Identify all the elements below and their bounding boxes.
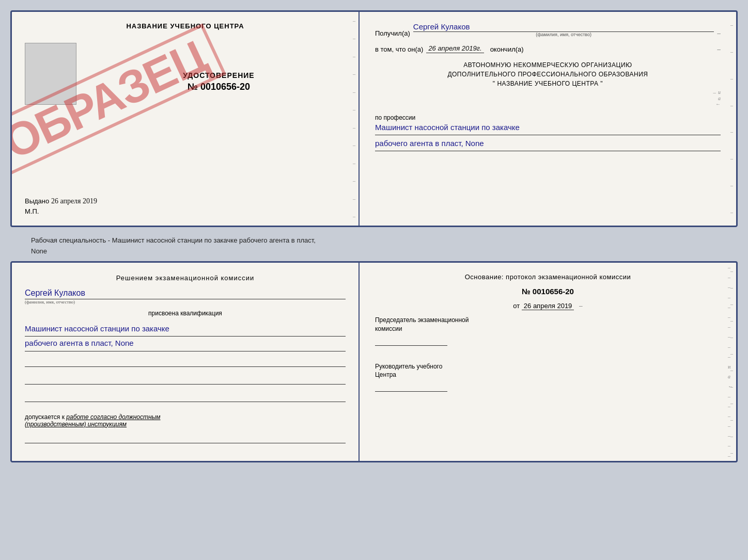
sig-line-1 (25, 359, 346, 367)
profession-value-1: Машинист насосной станции по закачке (375, 121, 721, 135)
bottom-name: Сергей Кулаков (25, 289, 346, 299)
photo-placeholder (25, 43, 76, 105)
org-line2: ДОПОЛНИТЕЛЬНОГО ПРОФЕССИОНАЛЬНОГО ОБРАЗО… (375, 70, 721, 79)
predsedatel-label: Председатель экзаменационной (375, 316, 721, 325)
vtom-label: в том, что он(а) (375, 45, 423, 53)
ruk-sig-line (375, 383, 447, 392)
qualification-value-2: рабочего агента в пласт, None (25, 337, 346, 351)
certificate-bottom: Решением экзаменационной комиссии Сергей… (10, 261, 738, 462)
ruk-block: Руководитель учебного Центра (375, 362, 721, 394)
bottom-label-text: Рабочая специальность - Машинист насосно… (21, 233, 727, 247)
bottom-label: Рабочая специальность - Машинист насосно… (10, 231, 738, 257)
protokol-number: № 0010656-20 (375, 287, 721, 296)
predsedatel-sig-line (375, 338, 447, 346)
udostoverenie-label: УДОСТОВЕРЕНИЕ (92, 71, 346, 79)
protokol-date: от 26 апреля 2019 – (375, 302, 721, 310)
page-container: НАЗВАНИЕ УЧЕБНОГО ЦЕНТРА ОБРАЗЕЦ УДОСТОВ… (10, 10, 738, 462)
poluchil-row: Получил(a) Сергей Кулаков (фамилия, имя,… (375, 22, 721, 37)
org-line1: АВТОНОМНУЮ НЕКОММЕРЧЕСКУЮ ОРГАНИЗАЦИЮ (375, 60, 721, 70)
dash-2: – (717, 46, 721, 53)
resheniem-text: Решением экзаменационной комиссии (25, 273, 346, 283)
vtom-row: в том, что он(а) 26 апреля 2019г. окончи… (375, 44, 721, 53)
sig-line-2 (25, 376, 346, 385)
sig-line-4 (25, 435, 346, 443)
profession-value-2: рабочего агента в пласт, None (375, 137, 721, 151)
cert-number-top: № 0010656-20 (188, 82, 250, 92)
dopuskaetsya-value2: (производственным) инструкциям (25, 421, 346, 428)
left-arrow: ← (715, 101, 721, 107)
okonchil-label: окончил(а) (490, 45, 524, 53)
poluchil-label: Получил(a) (375, 29, 410, 37)
predsedatel-block: Председатель экзаменационной комиссии (375, 316, 721, 348)
cert-title: НАЗВАНИЕ УЧЕБНОГО ЦЕНТРА (25, 22, 346, 30)
date-prefix: от (513, 302, 520, 310)
org-block: АВТОНОМНУЮ НЕКОММЕРЧЕСКУЮ ОРГАНИЗАЦИЮ ДО… (375, 60, 721, 107)
dopuskaetsya-label: допускается к (25, 413, 65, 421)
cert-right: Получил(a) Сергей Кулаков (фамилия, имя,… (360, 12, 736, 226)
dopuskaetsya-block: допускается к работе согласно должностны… (25, 413, 346, 428)
ruk-label: Руководитель учебного (375, 362, 721, 371)
qualification-value-1: Машинист насосной станции по закачке (25, 322, 346, 337)
profession-block: по профессии Машинист насосной станции п… (375, 114, 721, 151)
и-label: и (718, 89, 721, 95)
dash-1: – (717, 30, 721, 37)
bottom-label-text2: None (21, 247, 727, 255)
left-border-dashes: – – – – – – – – – – – – (353, 12, 355, 226)
udostoverenie-block: УДОСТОВЕРЕНИЕ № 0010656-20 (92, 71, 346, 92)
prisvoena-text: присвоена квалификация (25, 310, 346, 317)
ruk-label2: Центра (375, 371, 721, 379)
protokol-date-value: 26 апреля 2019 (522, 302, 574, 310)
qualification-block: Машинист насосной станции по закачке раб… (25, 322, 346, 351)
vydano-line: Выдано 26 апреля 2019 (25, 192, 346, 205)
vtom-date: 26 апреля 2019г. (426, 44, 484, 53)
dash-date: – (579, 302, 583, 310)
bottom-name-block: Сергей Кулаков (фамилия, имя, отчество) (25, 289, 346, 305)
right-border-dashes: – – – – – – – – (730, 12, 733, 226)
poluchil-name: Сергей Кулаков (413, 22, 714, 32)
vydano-label: Выдано (25, 197, 49, 205)
cert-bottom-right: Основание: протокол экзаменационной коми… (360, 263, 736, 461)
bottom-right-border-dashes: – – – – – – – – – – и а ← – – – – – – – (728, 263, 733, 461)
a-label: а (718, 95, 721, 101)
mp-line: М.П. (25, 207, 346, 215)
org-line3: " НАЗВАНИЕ УЧЕБНОГО ЦЕНТРА " (375, 79, 721, 88)
poluchil-hint: (фамилия, имя, отчество) (413, 32, 714, 37)
osnovaniye-text: Основание: протокол экзаменационной коми… (375, 273, 721, 281)
profession-label: по профессии (375, 114, 721, 121)
sig-line-3 (25, 394, 346, 402)
vydano-date: 26 апреля 2019 (51, 197, 97, 205)
cert-bottom-left: Решением экзаменационной комиссии Сергей… (12, 263, 360, 461)
bottom-name-hint: (фамилия, имя, отчество) (25, 299, 346, 305)
cert-left: НАЗВАНИЕ УЧЕБНОГО ЦЕНТРА ОБРАЗЕЦ УДОСТОВ… (12, 12, 360, 226)
predsedatel-label2: комиссии (375, 325, 721, 333)
dash-org-i: – (713, 89, 716, 95)
certificate-top: НАЗВАНИЕ УЧЕБНОГО ЦЕНТРА ОБРАЗЕЦ УДОСТОВ… (10, 10, 738, 227)
dopuskaetsya-value: работе согласно должностным (66, 413, 160, 421)
